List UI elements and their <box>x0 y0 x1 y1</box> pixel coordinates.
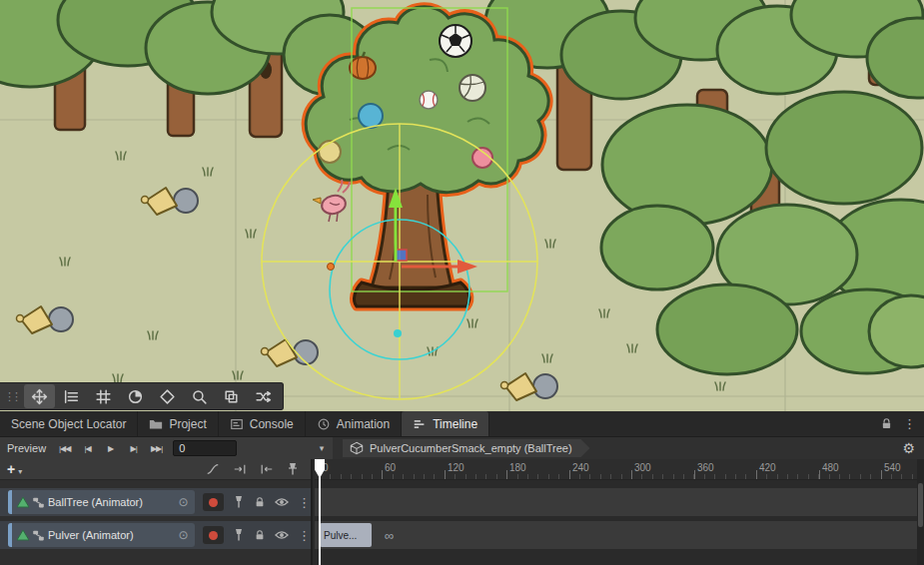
folder-icon <box>149 417 163 431</box>
animation-clip[interactable]: Pulve... <box>320 523 372 547</box>
ruler-label: 60 <box>385 462 396 473</box>
tab-label: Timeline <box>433 417 477 431</box>
volleyball[interactable] <box>460 75 485 101</box>
add-track-button[interactable]: + ▾ <box>7 462 22 476</box>
timeline-content[interactable]: 0 60 120 180 240 300 360 420 480 540 Pul… <box>315 459 924 565</box>
lock-icon <box>254 496 266 508</box>
window-menu-icon[interactable]: ⋮ <box>903 416 916 431</box>
vertical-scrollbar[interactable] <box>917 459 924 565</box>
ruler-label: 360 <box>697 462 714 473</box>
track-lane-pulver[interactable]: Pulve... ∞ <box>315 521 917 549</box>
tab-animation[interactable]: Animation <box>306 411 402 436</box>
grid-icon <box>95 388 112 405</box>
tab-console[interactable]: Console <box>219 411 306 436</box>
current-frame-input[interactable]: 0 <box>173 440 237 456</box>
track-binding-target-icon[interactable]: ⊙ <box>179 528 189 542</box>
clock-icon <box>317 417 331 431</box>
eye-icon <box>275 497 289 507</box>
track-lane-balltree[interactable] <box>315 488 917 516</box>
record-button[interactable] <box>203 493 224 511</box>
blue-ball[interactable] <box>359 104 383 128</box>
track-row-balltree[interactable]: BallTree (Animator) ⊙ ⋮ <box>0 488 311 516</box>
go-to-end-button[interactable]: ▶▶| <box>145 437 168 459</box>
move-tool-button[interactable] <box>24 384 55 408</box>
lock-icon[interactable] <box>880 417 893 430</box>
pin-icon <box>233 495 245 509</box>
eye-icon <box>275 530 289 540</box>
timeline-breadcrumb-area: PulverCucumberSmack_empty (BallTree) ⚙ <box>333 437 924 459</box>
tab-label: Scene Object Locator <box>11 417 126 431</box>
track-header-chip[interactable]: BallTree (Animator) ⊙ <box>8 490 195 514</box>
layers-tool-button[interactable] <box>216 384 247 408</box>
transform-rows-tool-button[interactable] <box>56 384 87 408</box>
yellow-ball[interactable] <box>319 141 341 163</box>
tilemap-tool-button[interactable] <box>152 384 183 408</box>
lock-icon <box>254 529 266 541</box>
baseball[interactable] <box>420 91 438 109</box>
go-to-start-button[interactable]: |◀◀ <box>53 437 76 459</box>
tab-timeline[interactable]: Timeline <box>402 411 489 436</box>
timeline-body: + ▾ <box>0 459 924 565</box>
editor-window: ⋮⋮ <box>0 0 924 565</box>
curves-view-button[interactable] <box>206 462 220 476</box>
next-frame-button[interactable]: ▶| <box>122 437 145 459</box>
window-tab-bar: Scene Object Locator Project Console Ani… <box>0 411 924 437</box>
breadcrumb-label: PulverCucumberSmack_empty (BallTree) <box>370 442 572 454</box>
edit-mode-ripple-button[interactable] <box>260 462 274 476</box>
ruler-label: 120 <box>448 462 464 473</box>
track-row-pulver[interactable]: Pulver (Animator) ⊙ ⋮ <box>0 521 311 549</box>
chevron-down-icon: ▾ <box>18 467 22 476</box>
scrollbar-thumb[interactable] <box>918 483 923 527</box>
track-lock-button[interactable] <box>254 496 266 508</box>
track-menu-icon[interactable]: ⋮ <box>298 495 311 510</box>
toolbar-drag-handle[interactable]: ⋮⋮ <box>2 390 23 403</box>
move-plane-handle[interactable] <box>396 250 407 261</box>
track-color-bar <box>8 490 12 514</box>
track-header-chip[interactable]: Pulver (Animator) ⊙ <box>8 523 195 547</box>
animator-icon <box>32 496 45 509</box>
markers-toggle-button[interactable] <box>287 462 299 476</box>
play-button[interactable]: ▶ <box>99 437 122 459</box>
rotate-icon <box>127 388 144 405</box>
ruler-label: 540 <box>884 462 901 473</box>
track-binding-target-icon[interactable]: ⊙ <box>179 495 189 509</box>
gear-icon[interactable]: ⚙ <box>902 440 915 456</box>
grid-tool-button[interactable] <box>88 384 119 408</box>
gizmo-cyan-handle[interactable] <box>394 329 402 337</box>
timeline-track-headers: + ▾ <box>0 459 313 565</box>
tab-scene-object-locator[interactable]: Scene Object Locator <box>0 411 138 436</box>
scene-view[interactable]: ⋮⋮ <box>0 0 924 411</box>
scene-canvas[interactable] <box>0 0 924 411</box>
track-pin-button[interactable] <box>233 528 245 542</box>
diamond-icon <box>159 388 176 405</box>
track-name: BallTree (Animator) <box>48 496 143 508</box>
record-button[interactable] <box>203 526 224 544</box>
zoom-tool-button[interactable] <box>184 384 215 408</box>
timeline-options-dropdown[interactable]: ▾ <box>314 443 330 453</box>
clip-out-icon <box>260 462 274 476</box>
clip-loop-infinity: ∞ <box>385 521 394 549</box>
timeline-ruler[interactable]: 0 60 120 180 240 300 360 420 480 540 <box>315 459 924 480</box>
shuffle-tool-button[interactable] <box>248 384 279 408</box>
timeline-transport-area: Preview |◀◀ |◀ ▶ ▶| ▶▶| 0 ▾ <box>0 437 333 459</box>
sprite-rotate-tool-button[interactable] <box>120 384 151 408</box>
timeline-view-options <box>206 462 299 476</box>
timeline-asset-icon <box>350 441 364 455</box>
track-menu-icon[interactable]: ⋮ <box>298 528 311 543</box>
plus-icon: + <box>7 462 15 476</box>
scene-toolbar: ⋮⋮ <box>0 382 284 410</box>
preview-toggle-button[interactable]: Preview <box>0 437 53 459</box>
edit-mode-mix-button[interactable] <box>233 462 247 476</box>
pivot-dot[interactable] <box>328 264 335 271</box>
soccer-ball[interactable] <box>440 25 471 57</box>
track-pin-button[interactable] <box>233 495 245 509</box>
ruler-label: 300 <box>634 462 651 473</box>
track-mute-button[interactable] <box>275 530 289 540</box>
tab-project[interactable]: Project <box>138 411 218 436</box>
rows-icon <box>63 388 80 405</box>
track-lock-button[interactable] <box>254 529 266 541</box>
tab-label: Project <box>169 417 206 431</box>
track-mute-button[interactable] <box>275 497 289 507</box>
previous-frame-button[interactable]: |◀ <box>76 437 99 459</box>
breadcrumb[interactable]: PulverCucumberSmack_empty (BallTree) <box>343 439 590 457</box>
